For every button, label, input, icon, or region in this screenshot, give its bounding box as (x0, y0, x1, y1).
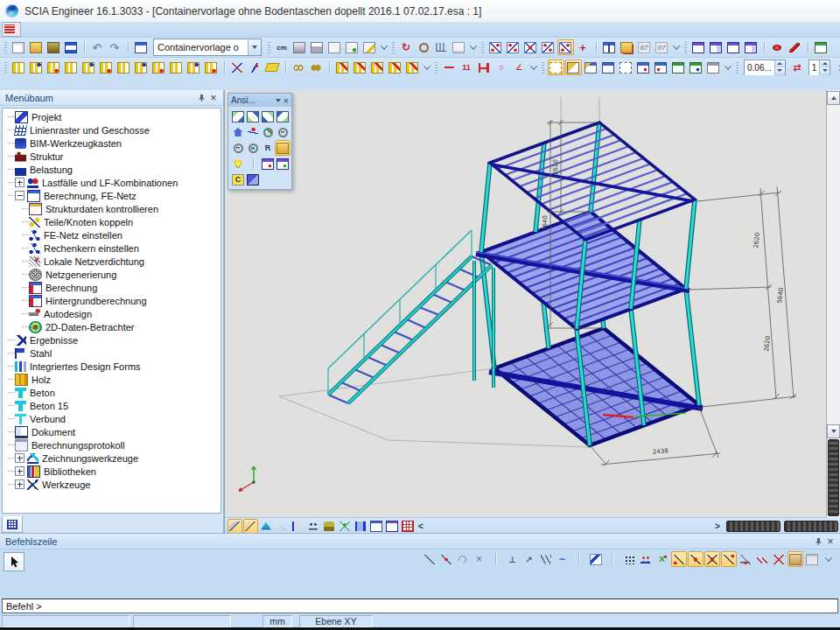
select-window-icon[interactable] (548, 60, 564, 75)
new-document-icon[interactable] (344, 39, 360, 55)
named-selection-icon[interactable] (688, 60, 704, 75)
close-project-icon[interactable] (46, 39, 62, 55)
invert-selection-icon[interactable] (635, 60, 652, 75)
horizontal-scrollbar-thumb[interactable] (726, 521, 780, 532)
snap-point-icon[interactable] (771, 551, 787, 567)
toolbar-overflow[interactable] (468, 39, 479, 55)
menu-aendern[interactable] (85, 29, 97, 31)
drag-handle[interactable] (540, 60, 547, 75)
loads-display-icon[interactable] (322, 519, 337, 534)
tree-item-berechnung[interactable]: Berechnung (4, 281, 220, 294)
snap-tangent-icon[interactable]: ↗ (522, 551, 537, 567)
tree-item-berechnung-fe-netz[interactable]: Berechnung, FE-Netz (4, 189, 220, 202)
connect-members-icon[interactable] (10, 60, 27, 75)
toolbar-overflow[interactable] (528, 60, 539, 75)
save-selection-icon[interactable] (705, 60, 722, 75)
tree-item-teile-knoten[interactable]: Teile/Knoten koppeln (4, 215, 220, 228)
ansicht-palette-header[interactable]: Ansi... × (228, 94, 291, 107)
project-manager-icon[interactable] (133, 39, 150, 55)
zoom-rotate-icon[interactable] (260, 124, 276, 140)
expand-toggle-icon[interactable] (15, 191, 24, 200)
tree-item-strukturdaten[interactable]: Strukturdaten kontrollieren (4, 202, 220, 215)
node-merge-icon[interactable] (540, 39, 556, 55)
angle-ruler-icon[interactable] (275, 519, 290, 534)
tree-item-holz[interactable]: Holz (4, 373, 220, 386)
toolbar-overflow[interactable] (379, 39, 389, 55)
separator[interactable] (245, 156, 261, 172)
snap-intersection-icon[interactable] (704, 551, 720, 567)
scale-spinner[interactable]: 1 (808, 60, 831, 76)
crosshair-icon[interactable]: + (575, 39, 592, 55)
scroll-down-icon[interactable] (827, 424, 840, 438)
snap-midpoint-icon[interactable] (688, 551, 704, 567)
tree-item-beton[interactable]: Beton (4, 386, 220, 399)
tile-windows-icon[interactable] (743, 39, 760, 55)
menubaum-tab[interactable] (2, 516, 23, 533)
drag-handle[interactable] (390, 39, 397, 55)
spinner-arrows[interactable] (774, 60, 785, 75)
copy-properties-icon[interactable] (369, 60, 386, 75)
view-settings-icon[interactable] (385, 519, 400, 534)
tree-item-ergebnisse[interactable]: Ergebnisse (4, 333, 220, 346)
tree-item-struktur[interactable]: Struktur (4, 150, 220, 163)
separator[interactable] (488, 551, 504, 567)
scroll-left-button[interactable]: < (416, 520, 426, 532)
vertical-scrollbar[interactable] (826, 90, 840, 518)
gallery-icon[interactable] (769, 39, 786, 55)
zoom-search-icon[interactable] (416, 39, 432, 55)
node-display-icon[interactable] (487, 39, 504, 55)
menu-ansicht[interactable] (48, 29, 60, 31)
snap-spline-icon[interactable]: ~ (555, 551, 570, 567)
dimension-line-icon[interactable] (441, 60, 458, 75)
tree-item-werkzeuge[interactable]: Werkzeuge (4, 478, 220, 491)
show-selection-icon[interactable] (290, 60, 307, 75)
viewport[interactable]: 2620 5640 2620 5640 2620 2438 (224, 90, 840, 534)
dimension-circle-icon[interactable]: ○ (494, 60, 510, 75)
close-icon[interactable]: × (207, 92, 220, 103)
snap-grid-icon[interactable] (621, 551, 637, 567)
drag-handle[interactable] (433, 60, 440, 75)
snap-tangent-point-icon[interactable] (738, 551, 753, 567)
select-by-property-icon[interactable] (565, 60, 582, 75)
tree-item-stahl[interactable]: Stahl (4, 346, 220, 360)
separator[interactable] (282, 60, 290, 75)
section-display-icon[interactable] (433, 39, 450, 55)
separator[interactable] (124, 39, 132, 55)
tree-item-netzgenerierung[interactable]: Netzgenerierung (4, 268, 220, 281)
cursor-snap-icon[interactable] (588, 551, 604, 567)
select-workplane-icon[interactable] (670, 60, 687, 75)
dimension-height-icon[interactable] (476, 60, 493, 75)
open-project-icon[interactable] (28, 39, 45, 55)
mesh-size-spinner[interactable]: 0.06... (744, 60, 786, 76)
snap-polyline-icon[interactable] (538, 551, 554, 567)
polygon-select-icon[interactable] (264, 60, 281, 75)
tree-item-belastung[interactable]: Belastung (4, 163, 220, 176)
view-y-icon[interactable] (245, 108, 261, 124)
drag-handle[interactable] (480, 39, 486, 55)
copy-member-icon[interactable] (334, 60, 351, 75)
cascade-windows-icon[interactable] (725, 39, 742, 55)
snap-line-point-icon[interactable] (438, 551, 454, 567)
save-project-icon[interactable] (63, 39, 80, 55)
rotate-member-icon[interactable] (387, 60, 403, 75)
menu-datei[interactable] (24, 29, 36, 31)
expand-toggle-icon[interactable] (15, 178, 24, 187)
snap-grid-intersection-icon[interactable]: × (654, 551, 670, 567)
separator[interactable] (326, 60, 333, 75)
local-axes-icon[interactable] (354, 519, 368, 534)
template-combobox[interactable]: Containervorlage o (153, 38, 262, 56)
close-icon[interactable]: × (284, 95, 289, 106)
trim-members-icon[interactable] (133, 60, 150, 75)
paste-view-icon[interactable] (708, 39, 724, 55)
tree-item-beton-15[interactable]: Beton 15 (4, 399, 220, 412)
light-icon[interactable] (230, 156, 246, 172)
tree-item-berechnungsprotokoll[interactable]: Berechnungsprotokoll (4, 438, 220, 452)
export-view-icon[interactable] (813, 39, 830, 55)
status-workplane[interactable]: Ebene XY (299, 615, 373, 627)
separator[interactable] (605, 551, 620, 567)
clip-c-icon[interactable]: C (230, 172, 246, 187)
expand-toggle-icon[interactable] (15, 453, 24, 463)
tree-item-rechenkern[interactable]: Rechenkern einstellen (4, 242, 220, 255)
open-view-icon[interactable] (619, 39, 635, 55)
drag-handle[interactable] (3, 39, 10, 55)
